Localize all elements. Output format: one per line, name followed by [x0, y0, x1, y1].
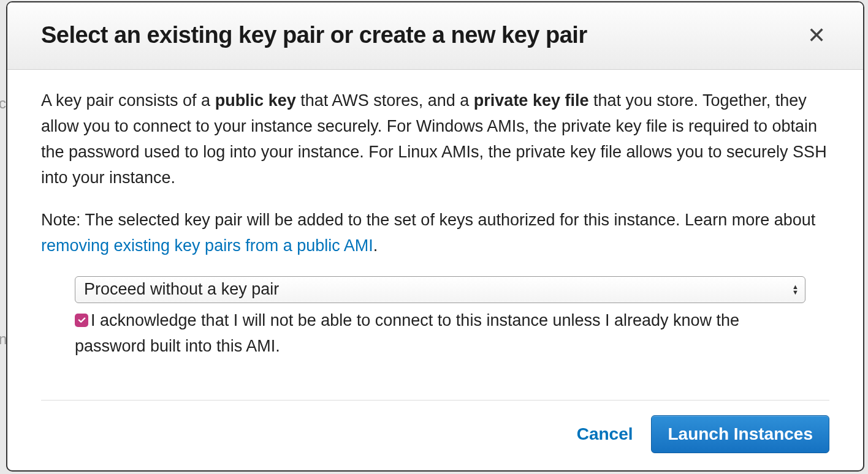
text-segment: A key pair consists of a	[41, 91, 215, 110]
acknowledge-row: I acknowledge that I will not be able to…	[75, 308, 805, 359]
text-segment: .	[373, 236, 378, 255]
acknowledge-text: I acknowledge that I will not be able to…	[75, 311, 739, 355]
key-pair-select[interactable]: Proceed without a key pair ▲ ▼	[75, 276, 805, 303]
modal-title: Select an existing key pair or create a …	[41, 22, 587, 48]
modal-footer: Cancel Launch Instances	[41, 400, 829, 470]
launch-instances-button[interactable]: Launch Instances	[651, 415, 829, 453]
close-icon[interactable]: ✕	[804, 24, 829, 47]
key-pair-modal: Select an existing key pair or create a …	[6, 1, 864, 472]
text-segment: that AWS stores, and a	[296, 91, 474, 110]
key-pair-select-row: Proceed without a key pair ▲ ▼	[75, 276, 829, 303]
remove-key-pairs-link[interactable]: removing existing key pairs from a publi…	[41, 236, 373, 255]
modal-header: Select an existing key pair or create a …	[7, 2, 863, 70]
modal-body: A key pair consists of a public key that…	[7, 70, 863, 382]
select-value: Proceed without a key pair	[84, 277, 279, 303]
text-segment: Note: The selected key pair will be adde…	[41, 211, 815, 229]
description-paragraph-1: A key pair consists of a public key that…	[41, 88, 829, 190]
select-arrows-icon: ▲ ▼	[792, 284, 799, 295]
checkmark-icon	[77, 315, 86, 325]
acknowledge-checkbox[interactable]	[75, 314, 88, 327]
bold-private-key-file: private key file	[474, 91, 589, 110]
bold-public-key: public key	[215, 91, 296, 110]
obscured-text: c	[0, 95, 6, 112]
description-paragraph-2: Note: The selected key pair will be adde…	[41, 208, 829, 259]
cancel-button[interactable]: Cancel	[577, 424, 633, 444]
